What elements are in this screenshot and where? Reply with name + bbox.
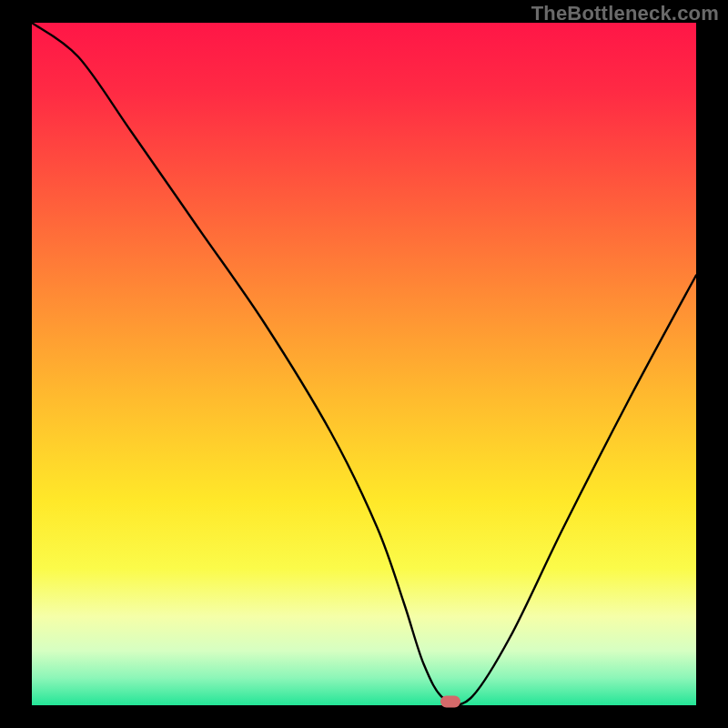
minimum-marker — [440, 696, 460, 708]
bottleneck-curve — [32, 23, 696, 704]
chart-frame: TheBottleneck.com — [0, 0, 728, 728]
curve-layer — [32, 23, 696, 705]
plot-area — [32, 23, 696, 705]
watermark-text: TheBottleneck.com — [531, 2, 719, 25]
